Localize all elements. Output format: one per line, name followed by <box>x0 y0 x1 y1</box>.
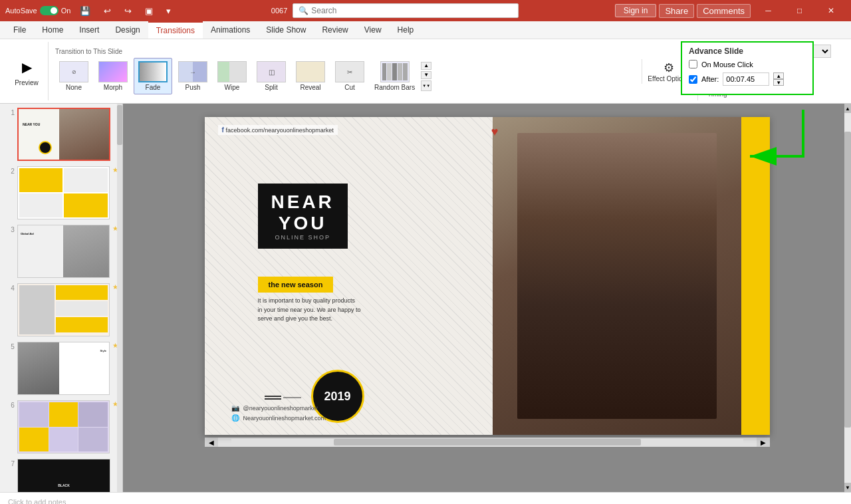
save-button[interactable]: 💾 <box>76 5 94 17</box>
share-button[interactable]: Share <box>659 4 694 18</box>
search-input[interactable] <box>311 6 513 15</box>
transition-split-thumb: ◫ <box>257 61 286 82</box>
website-item: 🌐 Nearyouonlineshopmarket.com <box>231 414 326 422</box>
scroll-down-button[interactable]: ▼ <box>421 71 431 79</box>
transition-none[interactable]: ⊘ None <box>55 59 92 94</box>
transition-cut[interactable]: ✂ Cut <box>331 59 368 94</box>
h-scroll-left[interactable]: ◀ <box>205 438 218 447</box>
main-area: 1 NEAR YOU 2 ★ <box>0 104 851 492</box>
scroll-up-button[interactable]: ▲ <box>421 62 431 70</box>
tab-review[interactable]: Review <box>314 22 356 38</box>
effect-options-icon: ⚙ <box>664 61 674 75</box>
minimize-button[interactable]: ─ <box>753 1 783 21</box>
autosave-toggle[interactable]: AutoSave On <box>5 6 70 15</box>
slide-thumb-2[interactable] <box>17 166 110 219</box>
s6-i5 <box>49 428 78 452</box>
slide-item-1[interactable]: 1 NEAR YOU <box>3 106 120 162</box>
brand-you: YOU <box>271 213 334 234</box>
slide-item-7[interactable]: 7 BLACK <box>3 457 120 492</box>
canvas-vscroll[interactable]: ▲ ▼ <box>844 104 851 492</box>
slide-2-content <box>18 167 109 219</box>
after-label: After: <box>701 75 719 83</box>
h-scroll[interactable]: ◀ ▶ <box>205 438 770 447</box>
titlebar-center: 0067 🔍 <box>175 3 614 18</box>
preview-button[interactable]: ▶ Preview <box>11 54 43 89</box>
slide-thumb-5[interactable]: Style <box>17 342 110 395</box>
slide-item-4[interactable]: 4 ★ <box>3 282 120 338</box>
after-down[interactable]: ▼ <box>773 79 784 86</box>
after-up[interactable]: ▲ <box>773 72 784 79</box>
after-spinner: ▲ ▼ <box>773 72 784 86</box>
facebook-bar: f facebook.com/nearyouonlineshopmarket <box>218 125 338 135</box>
tab-file[interactable]: File <box>5 22 34 38</box>
redo-button[interactable]: ↪ <box>120 5 136 17</box>
transition-morph[interactable]: Morph <box>94 59 132 94</box>
h-scroll-right[interactable]: ▶ <box>757 438 770 447</box>
s2-cell3 <box>19 193 63 217</box>
transition-split[interactable]: ◫ Split <box>253 59 290 94</box>
vscroll-thumb[interactable] <box>844 132 851 428</box>
slide-vscroll[interactable] <box>117 104 122 492</box>
slide-vscroll-thumb[interactable] <box>117 105 122 145</box>
slide-item-6[interactable]: 6 ★ <box>3 399 120 455</box>
s6-i2 <box>49 402 78 427</box>
transition-fade-thumb <box>138 61 168 82</box>
transition-none-label: None <box>66 84 82 91</box>
vscroll-up[interactable]: ▲ <box>844 104 851 113</box>
tab-transitions[interactable]: Transitions <box>148 21 203 39</box>
slide-thumb-4[interactable] <box>17 283 110 336</box>
slide-thumb-3[interactable]: Global Aid <box>17 225 110 278</box>
transition-random-bars[interactable]: Random Bars <box>370 59 419 94</box>
slide-thumb-6[interactable] <box>17 400 110 453</box>
preview-icon: ▶ <box>16 57 37 78</box>
notes-bar[interactable]: Click to add notes <box>0 492 851 504</box>
close-button[interactable]: ✕ <box>816 1 846 21</box>
present-button[interactable]: ▣ <box>141 5 157 17</box>
tab-home[interactable]: Home <box>34 22 71 38</box>
undo-button[interactable]: ↩ <box>100 5 115 17</box>
after-input[interactable] <box>723 72 769 86</box>
notes-placeholder: Click to add notes <box>8 498 66 505</box>
customize-button[interactable]: ▾ <box>162 5 175 17</box>
maximize-button[interactable]: □ <box>785 1 814 21</box>
scroll-more-button[interactable]: ▼▼ <box>421 80 431 91</box>
tab-slideshow[interactable]: Slide Show <box>258 22 314 38</box>
slide-6-content <box>18 401 109 453</box>
vscroll-track[interactable] <box>844 113 851 483</box>
transition-reveal[interactable]: Reveal <box>292 59 329 94</box>
autosave-pill <box>40 6 59 15</box>
canvas-area: ▲ ▼ f <box>123 104 851 492</box>
search-box[interactable]: 🔍 <box>293 3 519 18</box>
on-mouse-click-checkbox[interactable] <box>689 60 697 68</box>
s4-img <box>19 285 55 334</box>
vscroll-down[interactable]: ▼ <box>844 483 851 492</box>
tab-animations[interactable]: Animations <box>203 22 258 38</box>
decoration-lines <box>265 393 304 398</box>
tab-view[interactable]: View <box>356 22 390 38</box>
slide-thumb-1[interactable]: NEAR YOU <box>17 108 110 161</box>
window-controls: ─ □ ✕ <box>753 1 846 21</box>
slide-item-2[interactable]: 2 ★ <box>3 165 120 221</box>
transition-push[interactable]: → Push <box>174 59 211 94</box>
tab-help[interactable]: Help <box>390 22 422 38</box>
transition-list: ⊘ None Morph Fade <box>55 58 634 94</box>
transition-fade[interactable]: Fade <box>134 58 172 94</box>
slide-thumb-7[interactable]: BLACK <box>17 459 110 492</box>
on-mouse-click-row: On Mouse Click <box>689 60 806 68</box>
h-scroll-track[interactable] <box>231 439 743 445</box>
h-scroll-thumb[interactable] <box>334 439 641 445</box>
tab-design[interactable]: Design <box>107 22 148 38</box>
slide-item-5[interactable]: 5 Style ★ <box>3 340 120 396</box>
heart-icon: ♥ <box>491 125 499 139</box>
comments-button[interactable]: Comments <box>697 4 751 18</box>
slide-number-1: 1 <box>4 108 15 116</box>
after-checkbox[interactable] <box>689 75 697 84</box>
slide-item-3[interactable]: 3 Global Aid ★ <box>3 223 120 279</box>
signin-button[interactable]: Sign in <box>615 4 657 17</box>
tab-insert[interactable]: Insert <box>71 22 107 38</box>
s6-i6 <box>78 428 108 452</box>
slide-1-circle <box>39 141 52 154</box>
transition-random-bars-label: Random Bars <box>374 84 415 91</box>
transition-wipe[interactable]: Wipe <box>213 59 251 94</box>
s3-img <box>63 225 109 277</box>
